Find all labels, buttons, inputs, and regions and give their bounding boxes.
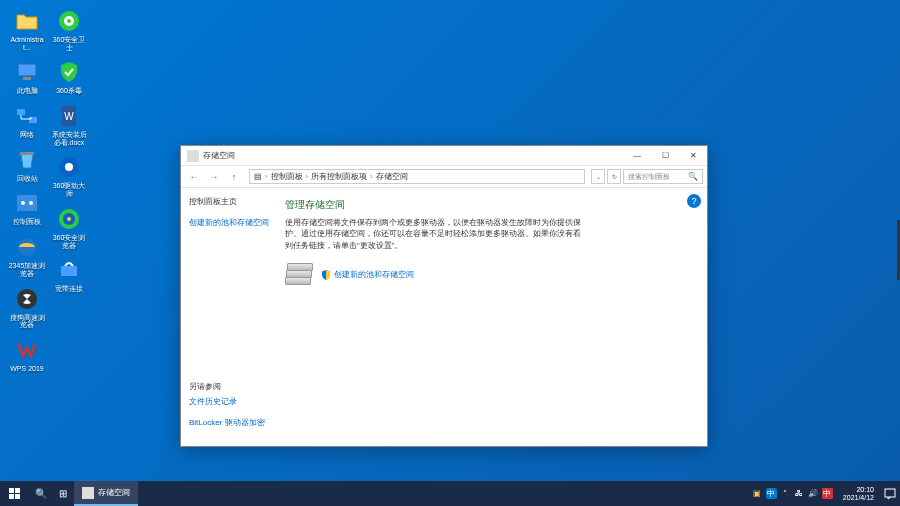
sidebar-link-filehistory[interactable]: 文件历史记录 bbox=[189, 396, 271, 407]
desktop-icon-label: Administrat... bbox=[8, 36, 46, 51]
svg-rect-4 bbox=[20, 152, 34, 155]
360-antivirus-icon[interactable]: 360杀毒 bbox=[50, 59, 88, 95]
svg-point-7 bbox=[29, 201, 33, 205]
search-placeholder: 搜索控制面板 bbox=[628, 172, 670, 182]
clock[interactable]: 20:10 2021/4/12 bbox=[837, 481, 880, 506]
desktop-icon-label: 宽带连接 bbox=[55, 285, 83, 293]
svg-rect-0 bbox=[18, 64, 36, 76]
taskbar-search-button[interactable]: 🔍 bbox=[30, 481, 52, 506]
refresh-button[interactable]: ↻ bbox=[607, 169, 621, 184]
user-folder-icon-glyph bbox=[14, 8, 40, 34]
see-also-heading: 另请参阅 bbox=[189, 381, 271, 392]
desktop-icon-label: 360杀毒 bbox=[56, 87, 82, 95]
wps-icon[interactable]: WPS 2019 bbox=[8, 337, 46, 373]
desktop-icons: Administrat...此电脑网络回收站控制面板2345加速浏览器搜狗高速浏… bbox=[8, 8, 88, 373]
shield-icon bbox=[321, 270, 331, 280]
network-icon[interactable]: 网络 bbox=[8, 103, 46, 139]
storage-spaces-window: 存储空间 — ☐ ✕ ← → ↑ ▤ › 控制面板 › 所有控制面板项 › 存储… bbox=[180, 145, 708, 447]
tray-network-icon[interactable]: 🖧 bbox=[794, 488, 805, 499]
svg-rect-21 bbox=[9, 488, 14, 493]
network-icon-glyph bbox=[14, 103, 40, 129]
forward-button[interactable]: → bbox=[205, 169, 223, 185]
svg-point-16 bbox=[65, 163, 73, 171]
tray-ime2-icon[interactable]: 中 bbox=[822, 488, 833, 499]
docx-file-icon-glyph: W bbox=[56, 103, 82, 129]
desktop-icon-label: 360安全浏览器 bbox=[50, 234, 88, 249]
content-pane: ? 管理存储空间 使用存储空间将文件保存到两个或更多驱动器，以便在驱动器发生故障… bbox=[271, 188, 707, 446]
up-button[interactable]: ↑ bbox=[225, 169, 243, 185]
svg-point-12 bbox=[67, 19, 71, 23]
window-icon bbox=[187, 150, 199, 162]
maximize-button[interactable]: ☐ bbox=[651, 146, 679, 165]
create-pool-link[interactable]: 创建新的池和存储空间 bbox=[321, 269, 414, 280]
content-title: 管理存储空间 bbox=[285, 198, 693, 212]
desktop-icon-label: 系统安装后必看.docx bbox=[50, 131, 88, 146]
recycle-bin-icon[interactable]: 回收站 bbox=[8, 147, 46, 183]
broadband-icon-glyph bbox=[56, 257, 82, 283]
svg-rect-23 bbox=[9, 494, 14, 499]
svg-rect-22 bbox=[15, 488, 20, 493]
desktop-icon-label: 360安全卫士 bbox=[50, 36, 88, 51]
breadcrumb-leaf[interactable]: 存储空间 bbox=[376, 172, 408, 182]
user-folder-icon[interactable]: Administrat... bbox=[8, 8, 46, 51]
close-button[interactable]: ✕ bbox=[679, 146, 707, 165]
drive-stack-icon bbox=[285, 263, 313, 287]
breadcrumb-root[interactable]: 控制面板 bbox=[271, 172, 303, 182]
sogou-browser-icon-glyph bbox=[14, 286, 40, 312]
desktop-icon-label: 网络 bbox=[20, 131, 34, 139]
svg-rect-24 bbox=[15, 494, 20, 499]
tray-ime-icon[interactable]: 中 bbox=[766, 488, 777, 499]
address-icon: ▤ bbox=[254, 172, 262, 181]
svg-point-19 bbox=[67, 217, 71, 221]
sogou-browser-icon[interactable]: 搜狗高速浏览器 bbox=[8, 286, 46, 329]
taskbar: 🔍 ⊞ 存储空间 ▣ 中 ˄ 🖧 🔊 中 20:10 2021/4/12 bbox=[0, 481, 900, 506]
tray-chevron-icon[interactable]: ˄ bbox=[780, 488, 791, 499]
sidebar-create[interactable]: 创建新的池和存储空间 bbox=[189, 217, 271, 228]
create-pool-label: 创建新的池和存储空间 bbox=[334, 269, 414, 280]
docx-file-icon[interactable]: W系统安装后必看.docx bbox=[50, 103, 88, 146]
360-safe-icon[interactable]: 360安全卫士 bbox=[50, 8, 88, 51]
wps-icon-glyph bbox=[14, 337, 40, 363]
svg-text:W: W bbox=[64, 111, 74, 122]
help-icon[interactable]: ? bbox=[687, 194, 701, 208]
2345-browser-icon-glyph bbox=[14, 234, 40, 260]
svg-rect-5 bbox=[17, 195, 37, 211]
search-box[interactable]: 搜索控制面板 🔍 bbox=[623, 169, 703, 184]
360-browser-icon[interactable]: 360安全浏览器 bbox=[50, 206, 88, 249]
desktop-icon-label: 搜狗高速浏览器 bbox=[8, 314, 46, 329]
taskbar-app-storage[interactable]: 存储空间 bbox=[74, 481, 138, 506]
desktop-icon-label: 360驱动大师 bbox=[50, 182, 88, 197]
tray-volume-icon[interactable]: 🔊 bbox=[808, 488, 819, 499]
360-antivirus-icon-glyph bbox=[56, 59, 82, 85]
tray-icon-1[interactable]: ▣ bbox=[752, 488, 763, 499]
notification-button[interactable] bbox=[880, 481, 900, 506]
sidebar: 控制面板主页 创建新的池和存储空间 另请参阅 文件历史记录 BitLocker … bbox=[181, 188, 271, 446]
desktop-icon-label: 回收站 bbox=[17, 175, 38, 183]
360-browser-icon-glyph bbox=[56, 206, 82, 232]
2345-browser-icon[interactable]: 2345加速浏览器 bbox=[8, 234, 46, 277]
clock-time: 20:10 bbox=[856, 486, 874, 494]
clock-date: 2021/4/12 bbox=[843, 494, 874, 502]
broadband-icon[interactable]: 宽带连接 bbox=[50, 257, 88, 293]
desktop-icon-label: 此电脑 bbox=[17, 87, 38, 95]
back-button[interactable]: ← bbox=[185, 169, 203, 185]
svg-rect-3 bbox=[29, 117, 37, 123]
start-button[interactable] bbox=[0, 481, 30, 506]
system-tray: ▣ 中 ˄ 🖧 🔊 中 bbox=[748, 481, 837, 506]
this-pc-icon[interactable]: 此电脑 bbox=[8, 59, 46, 95]
minimize-button[interactable]: — bbox=[623, 146, 651, 165]
nav-toolbar: ← → ↑ ▤ › 控制面板 › 所有控制面板项 › 存储空间 ⌄ ↻ 搜索控制… bbox=[181, 166, 707, 188]
address-dropdown[interactable]: ⌄ bbox=[591, 169, 605, 184]
control-panel-icon[interactable]: 控制面板 bbox=[8, 190, 46, 226]
titlebar[interactable]: 存储空间 — ☐ ✕ bbox=[181, 146, 707, 166]
360-driver-icon-glyph bbox=[56, 154, 82, 180]
sidebar-link-bitlocker[interactable]: BitLocker 驱动器加密 bbox=[189, 417, 271, 428]
breadcrumb-mid[interactable]: 所有控制面板项 bbox=[311, 172, 367, 182]
desktop-icon-label: 控制面板 bbox=[13, 218, 41, 226]
task-view-button[interactable]: ⊞ bbox=[52, 481, 74, 506]
360-driver-icon[interactable]: 360驱动大师 bbox=[50, 154, 88, 197]
address-bar[interactable]: ▤ › 控制面板 › 所有控制面板项 › 存储空间 bbox=[249, 169, 585, 184]
sidebar-home[interactable]: 控制面板主页 bbox=[189, 196, 271, 207]
360-safe-icon-glyph bbox=[56, 8, 82, 34]
svg-rect-1 bbox=[23, 77, 31, 80]
